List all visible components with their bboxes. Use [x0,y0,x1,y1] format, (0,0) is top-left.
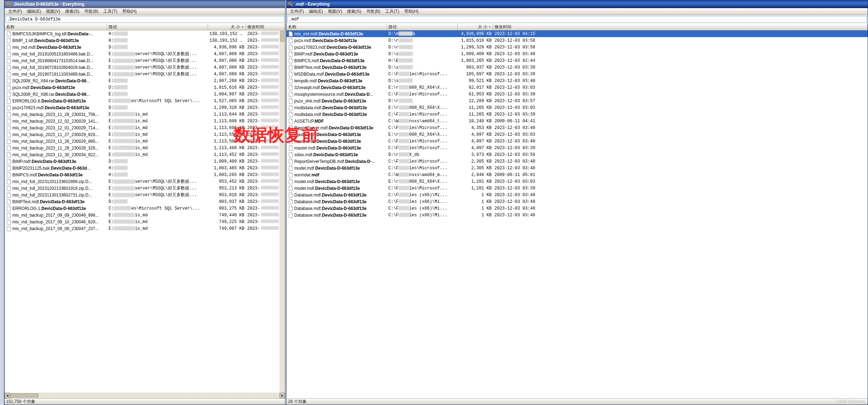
menu-item[interactable]: 搜索(S) [63,8,81,15]
table-row[interactable]: model.mdf.DevicData-D-663df13eC:\Fles\Mi… [287,165,868,171]
col-size[interactable]: 大 小▼ [208,24,246,30]
col-name[interactable]: 名称 [287,24,387,30]
table-row[interactable]: master.mdf.DevicData-D-663df13eC:\Fles\M… [287,145,868,151]
menu-item[interactable]: 视图(V) [44,8,62,15]
table-row[interactable]: pszx170923.mdf.DevicData-D-663df13eD:\r1… [287,44,868,51]
scroll-right-icon[interactable]: ► [279,393,285,398]
table-row[interactable]: mis_md_full_20190729102604029.bak.D...E:… [5,64,285,71]
table-row[interactable]: Database.mdf.DevicData-D-663df13eC:\Fles… [287,205,868,212]
table-row[interactable]: Database.mdf.DevicData-D-663df13eC:\Fles… [287,198,868,205]
table-row[interactable]: mis_md_full_20231130133602731.zip.D...E:… [5,192,285,198]
table-row[interactable]: mis_md_backup_2023_12_02_230029_141...E:… [5,118,285,124]
col-date[interactable]: 修改时间 [246,24,285,30]
menu-item[interactable]: 工具(T) [101,8,119,15]
table-row[interactable]: mis_md_backup_2023_11_27_230029_820...E:… [5,131,285,138]
table-row[interactable]: mis_md_full_20190804173103514.bak.D...E:… [5,57,285,64]
menu-item[interactable]: 文件(F) [6,8,24,15]
table-row[interactable]: mis_md_backup_2023_11_30_230034_822...E:… [5,151,285,158]
cell-size: 903,937 KB [208,199,246,205]
table-row[interactable]: mis_md_backup_2023_12_01_230029_714...E:… [5,124,285,131]
table-row[interactable]: model.mdf.DevicData-D-663df13eE:\r008_R2… [287,178,868,185]
table-row[interactable]: BIMP_1.ldf.DevicData-D-663df13eH:130,193… [5,37,285,44]
menu-item[interactable]: 书签(B) [82,8,100,15]
titlebar[interactable]: .mdf - Everything [287,0,868,8]
table-row[interactable]: mis_md_full_20191005151803486.bak.D...E:… [5,51,285,57]
table-row[interactable]: Database.mdf.DevicData-D-663df13eC:\Fles… [287,192,868,198]
table-row[interactable]: mis_md_full_20190719111003499.bak.D...E:… [5,71,285,77]
menu-item[interactable]: 编辑(E) [307,8,325,15]
table-row[interactable]: mis_md_backup_2017_09_10_230046_629...E:… [5,218,285,225]
table-row[interactable]: Database.mdf.DevicData-D-663df13eC:\Fles… [287,212,868,218]
table-row[interactable]: model.mdf.DevicData-D-663df13eC:\Fles\Mi… [287,185,868,192]
scroll-left-icon[interactable]: ◄ [5,393,10,398]
col-date[interactable]: 修改时间 [493,24,868,30]
titlebar[interactable]: .DevicData D-663df13e - Everything [5,0,285,8]
horizontal-scrollbar[interactable]: ◄ ► [5,393,285,398]
table-row[interactable]: BIMP.mdf.DevicData-D-663df13eD:\s1,009,4… [287,51,868,57]
table-row[interactable]: SQL2008_R2_X86.rar.DevicData-D-66...E:1,… [5,91,285,98]
table-row[interactable]: mis_md.mdf.DevicData-D-663df13eD:\ma4,93… [287,30,868,37]
table-row[interactable]: mis_md_full_20231201133602899.zip.D...E:… [5,178,285,185]
table-row[interactable]: BIMPCSSJKBIMPCS_log.ldf.DevicData-...H:1… [5,30,285,37]
vertical-scrollbar[interactable] [279,30,285,393]
search-input[interactable] [7,17,283,22]
menu-item[interactable]: 编辑(E) [25,8,43,15]
table-row[interactable]: BIMP.mdf.DevicData-D-663df13eD:1,009,409… [5,158,285,165]
table-row[interactable]: mis_md_backup_2023_11_26_230029_895...E:… [5,138,285,145]
table-row[interactable]: mssqlsystemresource.mdf.DevicData-D...C:… [287,91,868,98]
table-row[interactable]: mis_md_backup_2023_11_29_230028_326...E:… [5,145,285,151]
menu-item[interactable]: 文件(F) [288,8,306,15]
table-row[interactable]: mis_md_backup_2017_09_08_230047_237...E:… [5,225,285,232]
cell-name: mis_md_backup_2023_11_30_230034_822... [5,152,107,158]
table-row[interactable]: wsrmdat.mdfC:\Wnsxs\amd64_m...2,048 KB20… [287,171,868,178]
cell-path: D:\s [387,65,458,70]
table-row[interactable]: tempdb.mdf.DevicData-D-663df13eD:\s99,52… [287,77,868,84]
cell-size: 4,353 KB [458,125,493,131]
table-row[interactable]: pszx.mdf.DevicData-D-663df13eD:\r1,815,6… [287,37,868,44]
table-row[interactable]: master.mdf.DevicData-D-663df13eC:\Fles\M… [287,138,868,145]
table-row[interactable]: BIMPTest.mdf.DevicData-D-663df13eD:903,9… [5,198,285,205]
file-list[interactable]: mis_md.mdf.DevicData-D-663df13eD:\ma4,93… [287,30,868,398]
table-row[interactable]: pszx170923.mdf.DevicData-D-663df13eD:1,2… [5,104,285,111]
table-row[interactable]: BIMPCS.mdf.DevicData-D-663df13eH:\E1,003… [287,57,868,64]
table-row[interactable]: ERRORLOG.6.DevicData-D-663df13eC:es\Micr… [5,98,285,104]
table-row[interactable]: 32veaiq8.mdf.DevicData-D-663df13eE:\r008… [287,84,868,91]
cell-size: 1 KB [458,192,493,198]
table-row[interactable]: msdbdata.mdf.DevicData-D-663df13eC:\Fles… [287,111,868,118]
table-row[interactable]: master.mdf.DevicData-D-663df13eE:\r008_R… [287,131,868,138]
file-icon [288,45,294,50]
col-name[interactable]: 名称 [5,24,107,30]
table-row[interactable]: mis_md_backup_2017_09_09_230049_998...E:… [5,212,285,218]
table-row[interactable]: ERRORLOG.1.DevicData-D-663df13eC:es\Micr… [5,205,285,212]
cell-name: mis_md_full_20231130133602731.zip.D... [5,192,107,198]
table-row[interactable]: mis_md_full_20231202133601919.zip.D...E:… [5,185,285,192]
table-row[interactable]: pszx_dnk.mdf.DevicData-D-663df13eD:\r12,… [287,98,868,104]
table-row[interactable]: pszx.mdf.DevicData-D-663df13eD:1,815,616… [5,84,285,91]
table-row[interactable]: ReportServerTempDB.mdf.DevicData-D-...C:… [287,158,868,165]
table-row[interactable]: msdbdata.mdf.DevicData-D-663df13eE:\r008… [287,104,868,111]
table-row[interactable]: sdwx.mdf.DevicData-D-663df13eD:\rX_db3,0… [287,151,868,158]
menu-item[interactable]: 工具(T) [383,8,401,15]
table-row[interactable]: mis_md.mdf.DevicData-D-663df13eD:4,936,8… [5,44,285,51]
table-row[interactable]: BIMPCS.mdf.DevicData-D-663df13eH:1,003,2… [5,171,285,178]
table-row[interactable]: ASSETUP.MDFC:\Wnsxs\amd64_t...10,240 KB2… [287,118,868,124]
table-row[interactable]: SQL2008_R2_X64.rar.DevicData-D-66...E:2,… [5,77,285,84]
cell-size: 62,017 KB [458,85,493,90]
col-path[interactable]: 路径 [387,24,458,30]
menu-item[interactable]: 搜索(S) [345,8,363,15]
search-input[interactable] [289,17,865,22]
menu-item[interactable]: 帮助(H) [402,8,421,15]
table-row[interactable]: MSDBData.mdf.DevicData-D-663df13eC:\Fles… [287,71,868,77]
table-row[interactable]: mis_md_backup_2023_11_28_230031_756...E:… [5,111,285,118]
menu-item[interactable]: 书签(B) [364,8,382,15]
table-row[interactable]: BIMPTest.mdf.DevicData-D-663df13eD:\s903… [287,64,868,71]
table-row[interactable]: BIMP20231125.bak.DevicData-D-663d...H:1,… [5,165,285,171]
col-size[interactable]: 大 小▼ [458,24,493,30]
app-icon [288,1,294,7]
file-list[interactable]: BIMPCSSJKBIMPCS_log.ldf.DevicData-...H:1… [5,30,285,393]
table-row[interactable]: ReportServer.mdf.DevicData-D-663df13eC:\… [287,124,868,131]
file-icon [6,139,12,144]
menu-item[interactable]: 帮助(H) [120,8,139,15]
menu-item[interactable]: 视图(V) [326,8,344,15]
col-path[interactable]: 路径 [107,24,208,30]
